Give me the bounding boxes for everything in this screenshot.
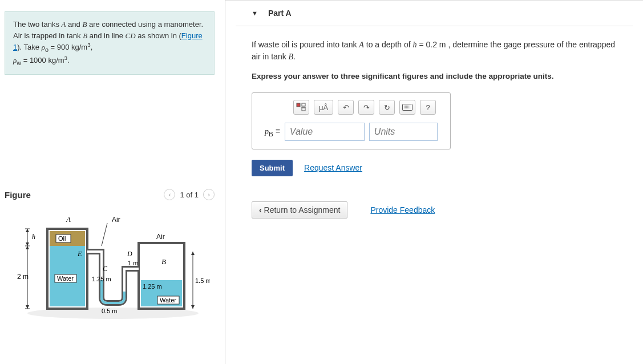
svg-rect-39 [302,103,305,106]
svg-text:Oil: Oil [58,235,66,242]
svg-marker-10 [26,229,29,232]
svg-line-19 [102,223,107,246]
provide-feedback-link[interactable]: Provide Feedback [370,204,435,216]
svg-text:h: h [32,233,35,241]
svg-rect-38 [297,103,300,107]
answer-lhs: pB = [265,126,280,139]
answer-panel: μÅ ↶ ↷ ↻ ? pB = [252,92,451,149]
value-input[interactable] [285,123,365,141]
svg-text:E: E [77,250,82,258]
svg-text:A: A [66,215,71,224]
svg-text:1.25 m: 1.25 m [92,276,111,282]
svg-text:C: C [103,265,108,273]
part-a-header[interactable]: ▼ Part A [236,1,633,26]
request-answer-link[interactable]: Request Answer [304,162,362,174]
svg-rect-40 [302,108,305,111]
svg-text:Air: Air [156,233,165,241]
template-picker-button[interactable] [293,100,309,115]
question-text: If waste oil is poured into tank A to a … [252,39,626,63]
help-button[interactable]: ? [420,100,436,115]
problem-statement: The two tanks A and B are connected usin… [5,11,215,75]
prev-figure-button[interactable]: ‹ [164,189,175,200]
svg-marker-16 [191,305,195,309]
svg-marker-12 [26,246,29,249]
redo-button[interactable]: ↷ [358,100,374,115]
part-title: Part A [268,9,292,18]
figure-counter: 1 of 1 [180,191,199,199]
units-input[interactable] [369,123,438,141]
figure-heading: Figure [5,190,31,200]
svg-text:Air: Air [112,216,120,224]
caret-down-icon: ▼ [252,10,258,17]
figure-diagram: A Air Air B h 2 m D 1 m C E 1.25 m 1.25 … [5,212,215,322]
svg-text:1.5 m: 1.5 m [195,277,210,284]
next-figure-button[interactable]: › [203,189,215,200]
svg-text:0.5 m: 0.5 m [102,308,118,314]
submit-button[interactable]: Submit [252,160,293,176]
special-chars-button[interactable]: μÅ [314,100,333,115]
svg-text:1 m: 1 m [128,260,138,266]
svg-marker-13 [26,305,29,309]
svg-marker-11 [26,242,29,246]
undo-button[interactable]: ↶ [338,100,354,115]
keyboard-button[interactable] [399,100,415,115]
instruction-text: Express your answer to three significant… [252,71,626,82]
svg-text:D: D [127,250,132,258]
svg-text:Water: Water [160,297,176,304]
return-button[interactable]: Return to Assignment [252,201,347,219]
svg-text:2 m: 2 m [17,273,29,281]
svg-text:B: B [161,257,166,266]
svg-text:Water: Water [57,275,74,282]
figure-pager: ‹ 1 of 1 › [164,189,215,200]
svg-text:1.25 m: 1.25 m [143,283,162,290]
reset-button[interactable]: ↻ [379,100,395,115]
svg-marker-15 [191,252,195,255]
svg-rect-42 [403,104,413,111]
